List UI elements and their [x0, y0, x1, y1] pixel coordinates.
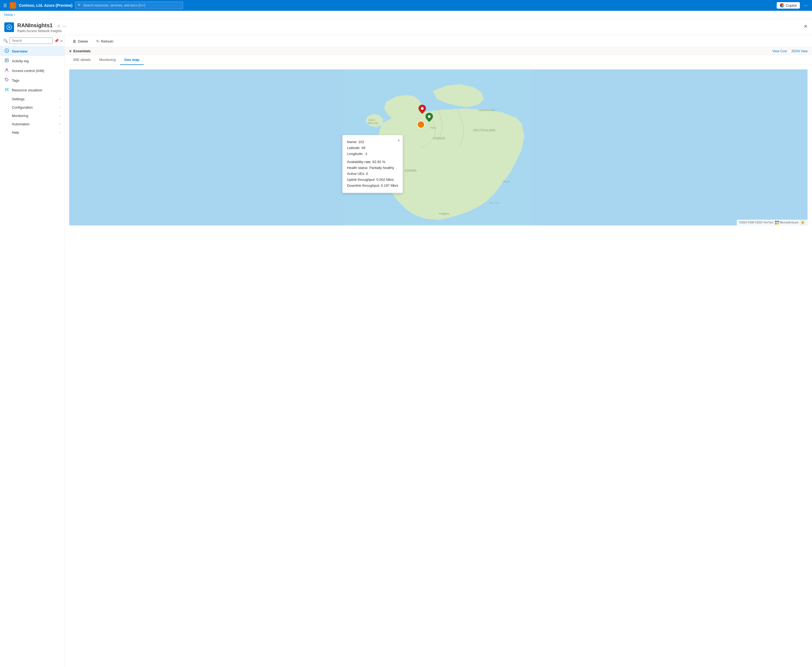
refresh-button[interactable]: ↻ Refresh — [93, 37, 117, 45]
svg-point-34 — [417, 121, 424, 128]
resource-visualizer-icon — [4, 87, 9, 93]
copilot-button[interactable]: Copilot — [777, 2, 800, 8]
activity-log-icon — [4, 58, 9, 64]
essentials-toggle[interactable]: ∨ Essentials — [69, 49, 91, 53]
resource-info: RANInsights1 ☆ ··· Radio Access Network … — [17, 22, 66, 33]
pin-icon[interactable]: 📌 — [54, 38, 59, 43]
sidebar-item-configuration-label: Configuration — [12, 105, 33, 110]
popup-uplink: Uplink throughput: 0.002 Mb/s — [347, 177, 398, 183]
popup-name-label: Name: — [347, 140, 357, 144]
svg-text:ITALIA: ITALIA — [503, 180, 510, 183]
popup-downlink-label: Downlink throughput: — [347, 184, 380, 187]
resource-toolbar: 🗑 Delete ↻ Refresh — [65, 35, 812, 47]
ms-logo-icon — [775, 221, 779, 224]
map-pin-orange[interactable] — [417, 121, 424, 128]
svg-rect-35 — [775, 221, 777, 222]
popup-health: Health status: Partially healthy — [347, 165, 398, 171]
svg-text:FRANCE: FRANCE — [433, 137, 445, 140]
close-button[interactable]: ✕ — [804, 22, 808, 29]
svg-text:ÉIRE /: ÉIRE / — [369, 119, 375, 121]
sidebar-search-area: 🔍 📌 « — [0, 35, 65, 46]
overview-icon — [4, 48, 9, 54]
hamburger-menu-icon[interactable]: ☰ — [3, 3, 7, 8]
tab-mie-details[interactable]: MIE details — [69, 55, 95, 65]
sidebar-item-help[interactable]: Help › — [0, 128, 65, 137]
popup-active-ues: Active UEs: 0 — [347, 171, 398, 177]
favorite-icon[interactable]: ☆ — [57, 23, 61, 28]
sidebar-item-access-control[interactable]: Access control (IAM) — [0, 66, 65, 75]
popup-latitude: Latitude: 49 — [347, 145, 398, 151]
ms-azure-attribution: Microsoft Azure — [775, 221, 798, 224]
resource-more-icon[interactable]: ··· — [63, 24, 66, 28]
main-layout: 🔍 📌 « Overview — [0, 35, 812, 667]
copilot-icon — [780, 3, 784, 8]
collapse-sidebar-icon[interactable]: « — [60, 38, 63, 43]
sidebar-item-settings[interactable]: Settings › — [0, 95, 65, 103]
global-search-bar[interactable]: 🔍 Search resources, services, and docs (… — [75, 2, 183, 9]
view-cost-link[interactable]: View Cost — [772, 49, 787, 53]
sidebar-item-tags-label: Tags — [12, 78, 19, 83]
svg-rect-36 — [777, 221, 779, 222]
json-view-link[interactable]: JSON View — [791, 49, 808, 53]
sidebar-item-automation[interactable]: Automation › — [0, 120, 65, 128]
popup-uplink-value: 0.002 Mb/s — [376, 178, 394, 182]
breadcrumb-home[interactable]: Home — [4, 13, 13, 17]
sidebar-search-icon: 🔍 — [3, 38, 8, 43]
svg-text:IRELAND: IRELAND — [368, 122, 379, 124]
automation-chevron-icon: › — [59, 123, 60, 126]
geo-map-container[interactable]: FRANCE DEUTSCHLAND ÉIRE / IRELAND NEDERL… — [69, 69, 808, 226]
svg-text:NEDERLAND: NEDERLAND — [478, 109, 495, 111]
tab-monitoring[interactable]: Monitoring — [95, 55, 120, 65]
popup-name-val: 102 — [358, 140, 364, 144]
sidebar-item-monitoring[interactable]: Monitoring › — [0, 111, 65, 120]
svg-point-10 — [6, 89, 8, 90]
sidebar-item-tags[interactable]: Tags — [0, 75, 65, 85]
monitoring-chevron-icon: › — [59, 114, 60, 117]
sidebar-item-monitoring-label: Monitoring — [12, 114, 28, 118]
popup-availability: Availability rate: 82.92 % — [347, 159, 398, 165]
svg-point-33 — [428, 115, 430, 118]
popup-longitude: Longitude: -1 — [347, 151, 398, 157]
osm-attribution: ©2024 OSM ©2024 TomTom — [739, 221, 774, 224]
resource-title: RANInsights1 — [17, 22, 53, 28]
popup-active-ues-value: 0 — [366, 172, 368, 176]
resource-type-icon — [4, 22, 14, 32]
svg-point-30 — [439, 213, 440, 214]
essentials-chevron-icon: ∨ — [69, 49, 72, 53]
essentials-label: Essentials — [73, 49, 91, 53]
popup-longitude-label: Longitude: — [347, 152, 364, 156]
sidebar-search-input[interactable] — [10, 37, 53, 44]
popup-uplink-label: Uplink throughput: — [347, 178, 375, 182]
essentials-bar: ∨ Essentials View Cost JSON View — [65, 47, 812, 55]
sidebar-item-configuration[interactable]: Configuration › — [0, 103, 65, 111]
activity-log-svg — [5, 58, 9, 63]
sidebar-item-resource-visualizer[interactable]: Resource visualizer — [0, 85, 65, 95]
popup-close-button[interactable]: × — [398, 138, 400, 144]
popup-latitude-value: 49 — [362, 146, 365, 150]
configuration-chevron-icon: › — [59, 106, 60, 109]
map-attribution-bar: ©2024 OSM ©2024 TomTom Microsoft Azure 🙂 — [737, 220, 807, 225]
popup-latitude-label: Latitude: — [347, 146, 360, 150]
settings-chevron-icon: › — [59, 98, 60, 101]
tab-monitoring-label: Monitoring — [99, 58, 116, 62]
topbar-more-button[interactable]: ··· — [802, 3, 809, 8]
resource-subtitle: Radio Access Network Insights — [17, 29, 66, 33]
refresh-label: Refresh — [101, 39, 113, 43]
svg-text:Mar Tirre: Mar Tirre — [489, 202, 499, 204]
tab-geo-map[interactable]: Geo map — [120, 55, 144, 65]
popup-downlink-value: 0.197 Mb/s — [381, 184, 398, 187]
popup-name: Name: 102 — [347, 139, 398, 145]
sidebar-item-overview[interactable]: Overview — [0, 46, 65, 56]
resource-header: RANInsights1 ☆ ··· Radio Access Network … — [0, 19, 812, 35]
org-name: Contoso, Ltd. Azure (Preview) — [19, 3, 73, 8]
delete-button[interactable]: 🗑 Delete — [69, 37, 92, 45]
map-info-popup: × Name: 102 Latitude: 49 Longitude: -1 A… — [342, 135, 403, 193]
breadcrumb-separator: › — [14, 13, 15, 17]
breadcrumb: Home › — [0, 11, 812, 19]
svg-point-8 — [7, 69, 7, 70]
popup-downlink: Downlink throughput: 0.197 Mb/s — [347, 183, 398, 189]
sidebar-item-activity-log[interactable]: Activity log — [0, 56, 65, 66]
top-navigation-bar: ☰ 🐛 Contoso, Ltd. Azure (Preview) 🔍 Sear… — [0, 0, 812, 11]
popup-availability-label: Availability rate: — [347, 160, 372, 164]
help-chevron-icon: › — [59, 131, 60, 134]
